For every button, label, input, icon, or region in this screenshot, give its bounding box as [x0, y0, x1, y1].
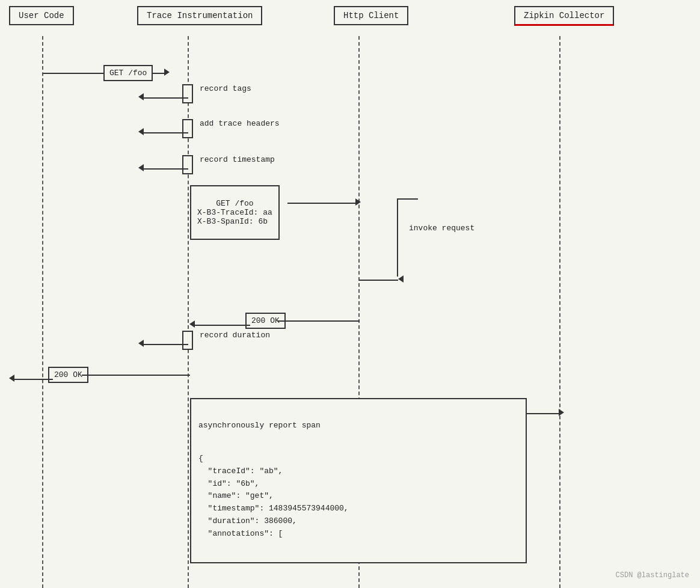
arrow-head-right-1 — [165, 69, 170, 78]
arrow-head-left-invoke — [398, 275, 403, 285]
arrow-200-ok-response — [189, 320, 250, 330]
arrow-head-left-add-trace — [138, 128, 143, 138]
arrow-head-left-200ok — [189, 320, 194, 330]
invoke-bracket-top — [397, 198, 398, 277]
arrow-http-request-to-client — [287, 198, 361, 208]
arrow-200-ok-to-user — [9, 375, 53, 384]
arrow-head-left-200ok-user — [9, 375, 14, 384]
arrow-add-trace-headers — [138, 128, 188, 138]
msg-http-request: GET /foo X-B3-TraceId: aa X-B3-SpanId: 6… — [190, 185, 280, 240]
arrow-record-duration — [138, 340, 188, 349]
invoke-bracket-horiz-bottom — [359, 275, 403, 285]
arrow-async-to-zipkin — [527, 409, 564, 418]
label-record-tags: record tags — [200, 84, 251, 93]
header-user-code: User Code — [9, 6, 74, 25]
label-record-duration: record duration — [200, 331, 270, 340]
arrow-get-foo-request: GET /foo — [43, 65, 170, 81]
async-report-title: asynchronously report span — [198, 421, 518, 430]
arrow-record-tags — [138, 93, 188, 103]
arrow-head-left-record-tags — [138, 93, 143, 103]
arrow-record-timestamp — [138, 164, 188, 174]
async-json-block: { "traceId": "ab", "id": "6b", "name": "… — [198, 453, 518, 541]
label-invoke-request: invoke request — [409, 222, 474, 234]
watermark: CSDN @lastinglate — [616, 571, 689, 580]
arrow-head-left-duration — [138, 340, 143, 349]
header-trace-instrumentation: Trace Instrumentation — [137, 6, 262, 25]
diagram-container: User Code Trace Instrumentation Http Cli… — [0, 0, 700, 588]
lifeline-user-code — [42, 36, 43, 588]
label-record-timestamp: record timestamp — [200, 155, 275, 164]
arrow-head-right-http — [356, 198, 361, 208]
arrow-head-left-record-timestamp — [138, 164, 143, 174]
msg-get-foo: GET /foo — [103, 65, 153, 81]
line-200-ok-user-right — [82, 375, 190, 376]
lifeline-zipkin-collector — [559, 36, 560, 588]
invoke-bracket-horiz-top — [397, 198, 418, 200]
line-200-ok-right — [277, 320, 360, 322]
header-zipkin-collector: Zipkin Collector — [514, 6, 614, 26]
zipkin-collector-label: Zipkin Collector — [524, 11, 604, 20]
header-http-client: Http Client — [334, 6, 408, 25]
msg-async-report: asynchronously report span { "traceId": … — [190, 398, 527, 563]
arrow-head-right-zipkin — [559, 409, 564, 418]
label-add-trace-headers: add trace headers — [200, 119, 280, 128]
